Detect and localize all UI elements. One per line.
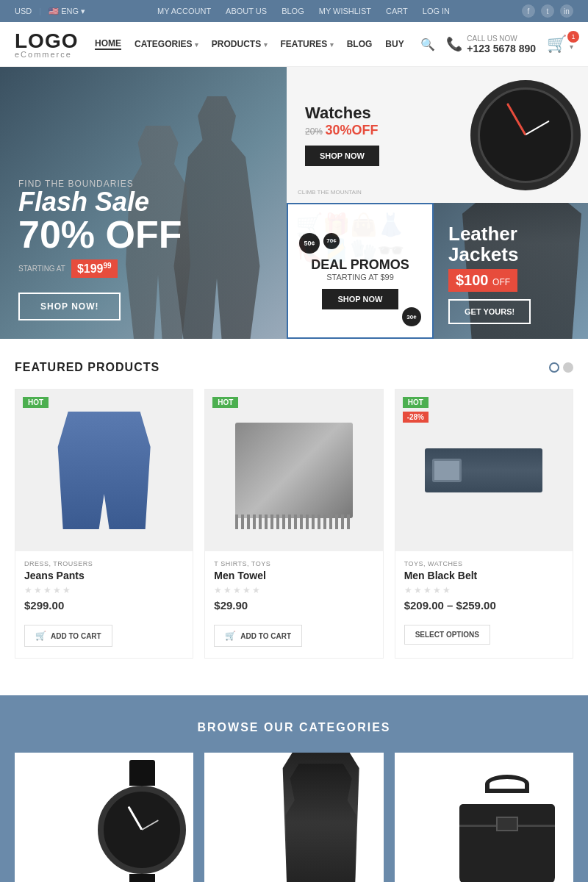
hero-price-tag: $19999 bbox=[71, 259, 118, 278]
product-name: Jeans Pants bbox=[24, 570, 184, 581]
search-icon[interactable]: 🔍 bbox=[420, 37, 435, 51]
star-2: ★ bbox=[34, 585, 42, 595]
logo[interactable]: LOGO eCommerce bbox=[15, 29, 78, 59]
leather-text: Leather Jackets $100 OFF GET YOURS! bbox=[448, 223, 573, 324]
category-card-watches[interactable]: WATCHES 3 PRODUCTS bbox=[15, 753, 193, 882]
main-nav: HOME CATEGORIES ▾ PRODUCTS ▾ FEATURES ▾ … bbox=[95, 38, 404, 50]
nav-products[interactable]: PRODUCTS ▾ bbox=[212, 39, 268, 49]
top-bar-nav: MY ACCOUNT ABOUT US BLOG MY WISHLIST CAR… bbox=[157, 7, 450, 15]
star-5: ★ bbox=[442, 585, 451, 595]
cart-link[interactable]: CART bbox=[386, 7, 408, 15]
categories-section: BROWSE OUR CATEGORIES WATCHES 3 PRODUCTS bbox=[0, 695, 588, 882]
logo-sub: eCommerce bbox=[15, 50, 78, 59]
category-card-dress[interactable]: DRESS 2 PRODUCTS bbox=[204, 753, 383, 882]
product-price: $29.90 bbox=[214, 599, 373, 612]
star-1: ★ bbox=[404, 585, 412, 595]
jeans-image bbox=[53, 412, 156, 529]
product-info: DRESS, TROUSERS Jeans Pants ★ ★ ★ ★ ★ $2… bbox=[15, 551, 193, 621]
nav-buy[interactable]: BUY bbox=[385, 39, 404, 49]
nav-features[interactable]: FEATURES ▾ bbox=[281, 39, 334, 49]
carousel-dots bbox=[549, 362, 573, 373]
star-5: ★ bbox=[62, 585, 71, 595]
my-account-link[interactable]: MY ACCOUNT bbox=[157, 7, 211, 15]
nav-home[interactable]: HOME bbox=[95, 38, 121, 50]
product-categories: TOYS, WATCHES bbox=[404, 560, 564, 567]
leather-jacket-banner: Leather Jackets $100 OFF GET YOURS! bbox=[434, 203, 588, 339]
language-selector[interactable]: 🇺🇸 ENG ▾ bbox=[49, 7, 85, 16]
category-card-toys[interactable]: TOYS 5 PRODUCTS bbox=[395, 753, 573, 882]
facebook-icon[interactable]: f bbox=[522, 4, 535, 18]
twitter-icon[interactable]: t bbox=[541, 4, 554, 18]
hero-starting: STARTING AT $19999 bbox=[18, 259, 268, 278]
hero-text: Find the Boundaries Flash Sale 70% OFF S… bbox=[18, 179, 268, 320]
leather-price: $100 OFF bbox=[448, 269, 517, 292]
watches-title: Watches bbox=[305, 104, 371, 123]
carousel-dot-inactive[interactable] bbox=[563, 362, 573, 373]
cart-badge: 1 bbox=[567, 31, 579, 43]
watch-strap-top bbox=[129, 760, 155, 786]
product-card: HOT DRESS, TROUSERS Jeans Pants ★ ★ ★ ★ … bbox=[15, 389, 193, 659]
about-us-link[interactable]: ABOUT US bbox=[226, 7, 267, 15]
deal-badge-30: 30¢ bbox=[402, 307, 421, 326]
towel-fringe bbox=[235, 514, 353, 529]
product-name: Men Black Belt bbox=[404, 570, 564, 581]
hero-shop-now-button[interactable]: SHOP NOW! bbox=[18, 293, 121, 320]
product-image-area: HOT bbox=[15, 390, 193, 551]
belt-buckle bbox=[432, 459, 462, 482]
product-categories: T SHIRTS, TOYS bbox=[214, 560, 373, 567]
top-bar: USD | 🇺🇸 ENG ▾ MY ACCOUNT ABOUT US BLOG … bbox=[0, 0, 588, 22]
carousel-dot-active[interactable] bbox=[549, 362, 559, 373]
product-rating: ★ ★ ★ ★ ★ bbox=[24, 585, 184, 595]
top-bar-left: USD | 🇺🇸 ENG ▾ bbox=[15, 7, 85, 16]
hero-section: Find the Boundaries Flash Sale 70% OFF S… bbox=[0, 67, 588, 339]
cart-dropdown-arrow[interactable]: ▾ bbox=[570, 43, 573, 51]
leather-cta-button[interactable]: GET YOURS! bbox=[448, 299, 531, 324]
cart-btn-icon: 🛒 bbox=[225, 631, 236, 641]
product-image-area: HOT -28% bbox=[395, 390, 573, 551]
add-to-cart-button[interactable]: 🛒 ADD TO CART bbox=[214, 625, 302, 647]
currency-selector[interactable]: USD bbox=[15, 7, 32, 15]
product-categories: DRESS, TROUSERS bbox=[24, 560, 184, 567]
product-price: $209.00 – $259.00 bbox=[404, 599, 564, 612]
featured-title: FEATURED PRODUCTS bbox=[15, 361, 159, 374]
cart-block[interactable]: 🛒 1 ▾ bbox=[547, 35, 573, 54]
star-2: ★ bbox=[414, 585, 422, 595]
watch-face bbox=[478, 87, 573, 183]
blog-link[interactable]: BLOG bbox=[282, 7, 304, 15]
star-4: ★ bbox=[433, 585, 441, 595]
star-2: ★ bbox=[223, 585, 232, 595]
hot-badge: HOT bbox=[23, 397, 49, 408]
login-link[interactable]: LOG IN bbox=[423, 7, 450, 15]
product-price: $299.00 bbox=[24, 599, 184, 612]
hero-flash-title: Flash Sale bbox=[18, 189, 268, 215]
category-info: DRESS 2 PRODUCTS bbox=[204, 876, 383, 882]
add-cart-label: ADD TO CART bbox=[240, 632, 291, 640]
product-card: HOT -28% TOYS, WATCHES Men Black Belt ★ … bbox=[395, 389, 573, 659]
star-4: ★ bbox=[53, 585, 61, 595]
phone-block: 📞 CALL US NOW +123 5678 890 bbox=[446, 35, 536, 54]
wishlist-link[interactable]: MY WISHLIST bbox=[319, 7, 371, 15]
cart-btn-icon: 🛒 bbox=[35, 631, 46, 641]
belt-image bbox=[425, 448, 542, 492]
phone-number: +123 5678 890 bbox=[467, 43, 536, 54]
bag-shape bbox=[459, 804, 555, 882]
star-4: ★ bbox=[243, 585, 251, 595]
towel-image bbox=[235, 423, 353, 518]
hot-badge: HOT bbox=[403, 397, 429, 408]
nav-blog[interactable]: BLOG bbox=[347, 39, 373, 49]
add-to-cart-button[interactable]: 🛒 ADD TO CART bbox=[24, 625, 112, 647]
watches-brand: CLIMB THE MOUNTAIN bbox=[298, 189, 362, 196]
watch-image bbox=[470, 80, 581, 190]
instagram-icon[interactable]: in bbox=[560, 4, 573, 18]
products-grid: HOT DRESS, TROUSERS Jeans Pants ★ ★ ★ ★ … bbox=[15, 389, 573, 659]
nav-categories[interactable]: CATEGORIES ▾ bbox=[135, 39, 198, 49]
categories-grid: WATCHES 3 PRODUCTS DRESS 2 PRODUCTS bbox=[15, 753, 573, 882]
product-card: HOT T SHIRTS, TOYS Men Towel ★ ★ ★ ★ ★ $… bbox=[204, 389, 383, 659]
bag-handle bbox=[485, 775, 529, 793]
categories-title: BROWSE OUR CATEGORIES bbox=[15, 721, 573, 734]
select-options-button[interactable]: SELECT OPTIONS bbox=[404, 625, 490, 645]
watches-shop-button[interactable]: SHOP NOW bbox=[305, 146, 379, 166]
header: LOGO eCommerce HOME CATEGORIES ▾ PRODUCT… bbox=[0, 22, 588, 67]
hero-main-banner: Find the Boundaries Flash Sale 70% OFF S… bbox=[0, 67, 287, 339]
star-1: ★ bbox=[214, 585, 222, 595]
